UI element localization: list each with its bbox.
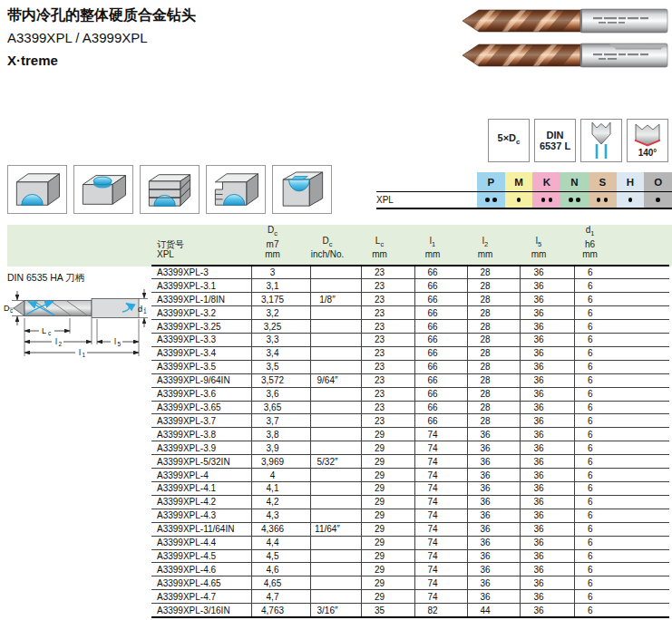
column-header-lc: Lcmm <box>361 225 414 266</box>
cell-dc-mm: 3,4 <box>251 346 310 360</box>
material-group-N: N <box>560 172 589 191</box>
cell-dc-mm: 3,8 <box>251 428 310 441</box>
cell-l2: 36 <box>467 522 520 536</box>
cell-dc-mm: 4,7 <box>251 590 310 604</box>
cell-dc-mm: 3,175 <box>251 293 310 306</box>
cell-l5: 36 <box>520 320 574 334</box>
cell-lc: 23 <box>361 387 414 401</box>
badge-internal-coolant <box>580 119 622 162</box>
cell-l1: 74 <box>414 509 467 522</box>
cell-dc-mm: 3,3 <box>251 334 310 347</box>
cell-d1: 6 <box>574 346 669 360</box>
cell-l5: 36 <box>520 293 574 306</box>
column-header-l2: l2mm <box>467 225 520 266</box>
rating-dot <box>517 198 521 202</box>
cell-lc: 29 <box>361 549 414 563</box>
cell-l1: 74 <box>414 428 467 441</box>
cell-dc-inch <box>310 266 361 279</box>
cell-l2: 36 <box>467 536 520 549</box>
cell-dc-inch <box>310 320 361 334</box>
table-row: A3399XPL-3.63,6236628366 <box>151 387 669 401</box>
cell-dc-mm: 3,969 <box>251 455 310 469</box>
material-rating-P <box>477 192 505 208</box>
material-suitability: PMKNSHO XPL <box>376 172 672 209</box>
cell-dc-inch: 5/32″ <box>310 455 361 469</box>
cell-l5: 36 <box>520 373 574 387</box>
cell-l1: 82 <box>414 604 467 617</box>
cell-dc-inch <box>310 563 361 576</box>
cell-lc: 29 <box>361 563 414 576</box>
cell-d1: 6 <box>574 482 669 496</box>
cell-d1: 6 <box>574 373 669 387</box>
cell-order-no: A3399XPL-3.5 <box>151 360 251 373</box>
cell-l2: 36 <box>467 428 520 441</box>
material-group-S: S <box>589 172 617 191</box>
cross-hole-icon <box>276 168 328 211</box>
svg-text:1: 1 <box>83 352 86 358</box>
cell-l2: 28 <box>467 401 520 414</box>
series-name: X·treme <box>7 49 196 72</box>
cell-l1: 74 <box>414 522 467 536</box>
cell-d1: 6 <box>574 428 669 441</box>
material-rating-S <box>589 192 617 208</box>
svg-text:l: l <box>79 348 81 357</box>
svg-text:1: 1 <box>143 308 147 315</box>
cell-l5: 36 <box>520 604 574 617</box>
cell-d1: 6 <box>574 266 669 279</box>
svg-text:l: l <box>55 337 57 346</box>
cell-lc: 29 <box>361 495 414 509</box>
cell-l1: 66 <box>414 360 467 373</box>
material-rating-O <box>644 192 672 208</box>
cell-l2: 28 <box>467 414 520 428</box>
cell-l5: 36 <box>520 441 574 455</box>
cell-l2: 28 <box>467 346 520 360</box>
table-row: A3399XPL-5/32IN3,9695/32″297436366 <box>151 455 669 469</box>
svg-text:L: L <box>42 326 46 335</box>
pictogram-cross-hole <box>272 165 332 214</box>
cell-lc: 23 <box>361 334 414 347</box>
cell-dc-mm: 3,9 <box>251 441 310 455</box>
page-title: 带内冷孔的整体硬质合金钻头 <box>7 5 196 26</box>
cell-d1: 6 <box>574 509 669 522</box>
cell-lc: 23 <box>361 279 414 293</box>
cell-d1: 6 <box>574 549 669 563</box>
cell-l1: 74 <box>414 590 467 604</box>
stepped-hole-icon <box>209 168 262 211</box>
cell-l1: 66 <box>414 320 467 334</box>
cell-lc: 35 <box>361 604 414 617</box>
cell-l2: 28 <box>467 306 520 320</box>
cell-dc-inch <box>310 428 361 441</box>
material-rating-N <box>560 192 589 208</box>
cell-l5: 36 <box>520 428 574 441</box>
cell-order-no: A3399XPL-4.7 <box>151 590 251 604</box>
cell-d1: 6 <box>574 604 669 617</box>
cell-l5: 36 <box>520 346 574 360</box>
material-group-H: H <box>617 172 645 191</box>
cell-order-no: A3399XPL-1/8IN <box>151 293 251 306</box>
table-row: A3399XPL-1/8IN3,1751/8″236628366 <box>151 293 669 306</box>
cell-dc-inch <box>310 334 361 347</box>
material-rating-K <box>532 192 560 208</box>
cell-d1: 6 <box>574 563 669 576</box>
cell-d1: 6 <box>574 495 669 509</box>
cell-order-no: A3399XPL-4.65 <box>151 576 251 590</box>
cell-dc-mm: 3,5 <box>251 360 310 373</box>
cell-l2: 36 <box>467 495 520 509</box>
cell-l2: 36 <box>467 590 520 604</box>
cell-dc-inch <box>310 495 361 509</box>
cell-dc-inch <box>310 414 361 428</box>
rating-dot <box>569 198 573 202</box>
column-header-d1: d1h6mm <box>574 225 669 266</box>
cell-order-no: A3399XPL-9/64IN <box>151 373 251 387</box>
cell-lc: 29 <box>361 509 414 522</box>
badge-point-angle: 140° <box>627 119 668 162</box>
cell-lc: 23 <box>361 346 414 360</box>
cell-order-no: A3399XPL-4 <box>151 469 251 482</box>
drill-photo-whistle-notch-shank-image <box>461 41 669 70</box>
cell-l5: 36 <box>520 401 574 414</box>
cell-dc-inch <box>310 509 361 522</box>
cell-order-no: A3399XPL-3.8 <box>151 428 251 441</box>
cell-dc-inch: 3/16″ <box>310 604 361 617</box>
cell-dc-inch <box>310 576 361 590</box>
cell-dc-mm: 3,25 <box>251 320 310 334</box>
